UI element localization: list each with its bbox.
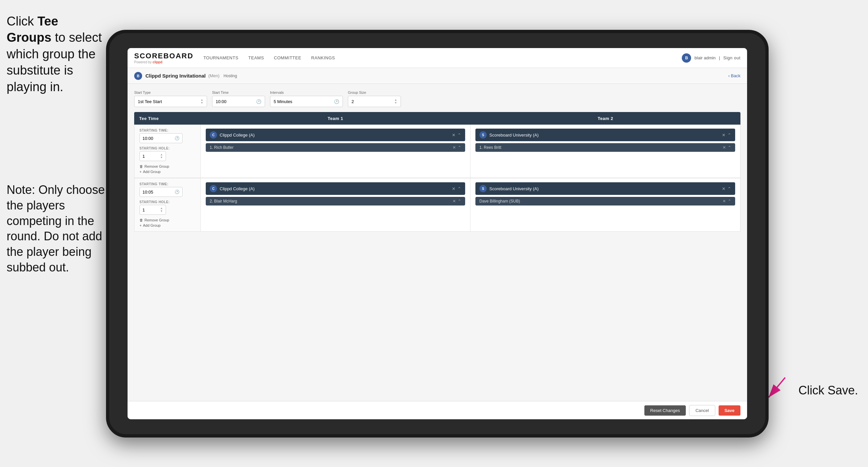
group-2-team2-actions: ✕ ⌃ <box>722 186 731 191</box>
note-bold: Only choose the players competing in the… <box>7 183 105 274</box>
nav-rankings[interactable]: RANKINGS <box>311 55 335 60</box>
group-2-team2-name: Scoreboard University (A) <box>489 186 539 191</box>
group-row-2: STARTING TIME: 10:05 🕐 STARTING HOLE: 1 … <box>134 178 740 232</box>
start-type-label: Start Type <box>134 90 207 94</box>
start-time-value: 10:00 <box>216 99 227 104</box>
reset-button[interactable]: Reset Changes <box>644 405 686 416</box>
group-1-team2-player-name: 1. Rees Britt <box>479 145 501 150</box>
group-2-hole-input[interactable]: 1 ▲▼ <box>140 205 166 215</box>
player3-close-icon[interactable]: ✕ <box>453 199 456 204</box>
nav-tournaments[interactable]: TOURNAMENTS <box>204 55 239 60</box>
save-button[interactable]: Save <box>719 405 740 416</box>
sub-header: B Clippd Spring Invitational (Men) Hosti… <box>128 68 747 84</box>
group-2-time-value: 10:05 <box>143 189 153 195</box>
hosting-badge: Hosting <box>224 74 237 78</box>
group-1-team2-card[interactable]: S Scoreboard University (A) ✕ ⌃ <box>475 128 735 141</box>
group-2-time-input[interactable]: 10:05 🕐 <box>140 187 183 197</box>
start-time-field: Start Time 10:00 🕐 <box>212 90 265 107</box>
group-2-team1-actions: ✕ ⌃ <box>452 186 461 191</box>
group-size-label: Group Size <box>348 90 401 94</box>
group-1-team1: C Clippd College (A) ✕ ⌃ 1. Rich Butler <box>201 125 470 178</box>
close-icon-1[interactable]: ✕ <box>452 133 456 138</box>
player4-close-icon[interactable]: ✕ <box>722 199 726 204</box>
start-type-value: 1st Tee Start <box>138 99 162 104</box>
player4-expand-icon[interactable]: ⌃ <box>728 199 731 204</box>
expand-icon-1[interactable]: ⌃ <box>458 133 461 138</box>
click-save-prefix: Click <box>799 383 828 397</box>
nav-committee[interactable]: COMMITTEE <box>274 55 302 60</box>
start-time-input[interactable]: 10:00 🕐 <box>212 96 265 107</box>
start-type-input[interactable]: 1st Tee Start ▲▼ <box>134 96 207 107</box>
player2-expand-icon[interactable]: ⌃ <box>728 145 731 150</box>
group-1-hole-input[interactable]: 1 ▲▼ <box>140 151 166 161</box>
group-2-team1-inner: C Clippd College (A) <box>210 185 255 192</box>
group-1-remove-btn[interactable]: 🗑 Remove Group <box>140 165 195 168</box>
group-2-team1-player-name: 2. Blair McHarg <box>210 199 237 204</box>
clock-icon: 🕐 <box>256 99 261 104</box>
start-type-arrows: ▲▼ <box>200 98 204 105</box>
plus-icon-2: + <box>140 224 142 227</box>
logo-powered: Powered by clippd <box>134 60 193 64</box>
group-1-hole-label: STARTING HOLE: <box>140 146 195 150</box>
expand-icon-4[interactable]: ⌃ <box>727 186 731 191</box>
tablet-screen: SCOREBOARD Powered by clippd TOURNAMENTS… <box>128 48 747 419</box>
group-1-team1-actions: ✕ ⌃ <box>452 133 461 138</box>
nav-signout[interactable]: Sign out <box>723 55 740 60</box>
nav-teams[interactable]: TEAMS <box>248 55 264 60</box>
trash-icon-2: 🗑 <box>140 218 143 222</box>
group-row-1: STARTING TIME: 10:00 🕐 STARTING HOLE: 1 … <box>134 125 740 178</box>
group-1-team2-actions: ✕ ⌃ <box>722 133 731 138</box>
instruction-text: Click Tee Groups to select which group t… <box>0 7 113 102</box>
plus-icon: + <box>140 170 142 174</box>
main-content: Start Type 1st Tee Start ▲▼ Start Time 1… <box>128 84 747 401</box>
group-size-value: 2 <box>351 99 354 104</box>
group-1-add-btn[interactable]: + Add Group <box>140 170 195 174</box>
back-link[interactable]: ‹ Back <box>728 73 740 78</box>
group-1-team1-player-name: 1. Rich Butler <box>210 145 234 150</box>
tablet-frame: SCOREBOARD Powered by clippd TOURNAMENTS… <box>106 30 769 438</box>
group-1-time-icon: 🕐 <box>175 136 180 141</box>
group-2-hole-arrows: ▲▼ <box>160 207 163 213</box>
group-2-team1-card[interactable]: C Clippd College (A) ✕ ⌃ <box>206 182 465 195</box>
group-2-team2-card[interactable]: S Scoreboard University (A) ✕ ⌃ <box>475 182 735 195</box>
th-team1: Team 1 <box>200 116 470 121</box>
group-2-team2-inner: S Scoreboard University (A) <box>479 185 539 192</box>
svg-line-3 <box>769 378 785 398</box>
sub-header-icon: B <box>134 72 142 80</box>
expand-icon-2[interactable]: ⌃ <box>727 133 731 138</box>
group-2-remove-btn[interactable]: 🗑 Remove Group <box>140 218 195 222</box>
group-size-field: Group Size 2 ▲▼ <box>348 90 401 107</box>
group-2-time-icon: 🕐 <box>175 189 180 194</box>
intervals-input[interactable]: 5 Minutes 🕐 <box>270 96 343 107</box>
nav-links: TOURNAMENTS TEAMS COMMITTEE RANKINGS <box>204 55 682 60</box>
player-expand-icon[interactable]: ⌃ <box>458 145 461 150</box>
expand-icon-3[interactable]: ⌃ <box>458 186 461 191</box>
group-1-time-input[interactable]: 10:00 🕐 <box>140 133 183 143</box>
group-1-left: STARTING TIME: 10:00 🕐 STARTING HOLE: 1 … <box>134 125 201 178</box>
group-2-team1: C Clippd College (A) ✕ ⌃ 2. Blair McHarg <box>201 178 470 231</box>
nav-user: blair admin <box>694 55 716 60</box>
bottom-bar: Reset Changes Cancel Save <box>128 401 747 419</box>
note-text: Note: Only choose the players competing … <box>0 176 113 282</box>
group-1-remove-label: Remove Group <box>145 165 169 168</box>
th-tee-time: Tee Time <box>134 116 200 121</box>
player2-close-icon[interactable]: ✕ <box>722 145 726 150</box>
close-icon-4[interactable]: ✕ <box>722 186 725 191</box>
close-icon-3[interactable]: ✕ <box>452 186 456 191</box>
group-2-team2: S Scoreboard University (A) ✕ ⌃ Dave Bil… <box>470 178 740 231</box>
group-2-team1-player: 2. Blair McHarg ✕ ⌃ <box>206 197 465 205</box>
player-close-icon[interactable]: ✕ <box>453 145 456 150</box>
group-1-team2-inner: S Scoreboard University (A) <box>479 131 539 139</box>
logo-area: SCOREBOARD Powered by clippd <box>134 52 193 64</box>
group-2-add-btn[interactable]: + Add Group <box>140 224 195 227</box>
player3-expand-icon[interactable]: ⌃ <box>458 199 461 204</box>
group-size-input[interactable]: 2 ▲▼ <box>348 96 401 107</box>
tournament-name: Clippd Spring Invitational <box>146 73 206 79</box>
logo-scoreboard: SCOREBOARD <box>134 52 193 60</box>
cancel-button[interactable]: Cancel <box>689 405 715 416</box>
instruction-line1: Click <box>7 14 37 28</box>
intervals-value: 5 Minutes <box>274 99 292 104</box>
nav-separator: | <box>719 55 720 60</box>
close-icon-2[interactable]: ✕ <box>722 133 725 138</box>
group-1-team1-card[interactable]: C Clippd College (A) ✕ ⌃ <box>206 128 465 141</box>
